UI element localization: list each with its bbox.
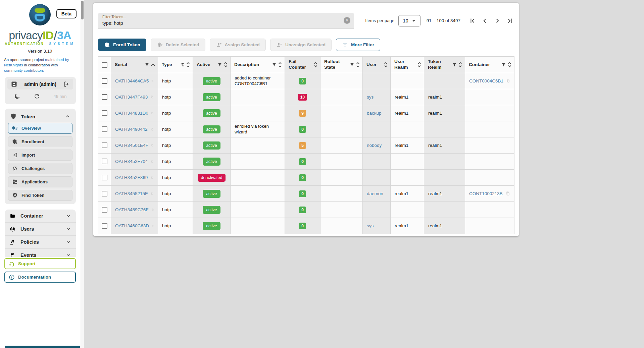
next-page-button[interactable] <box>494 17 501 24</box>
filter-icon[interactable] <box>452 62 457 67</box>
table-row: OATH3459C76Fhotpactive0 <box>98 202 514 218</box>
filter-tokens-input[interactable]: Filter Tokens... type: hotp ✕ <box>98 13 354 28</box>
serial-link[interactable]: OATH3459C76F <box>115 207 149 212</box>
sort-ascending-icon[interactable] <box>151 63 155 66</box>
sort-icon[interactable] <box>384 62 388 68</box>
copy-icon[interactable] <box>151 78 154 83</box>
sort-icon[interactable] <box>458 62 462 68</box>
user-link[interactable]: backup <box>367 111 382 116</box>
row-checkbox[interactable] <box>102 94 107 100</box>
copy-icon[interactable] <box>150 127 154 132</box>
sidebar-item-enrollment[interactable]: Enrollment <box>8 136 72 147</box>
serial-link[interactable]: OATH3455215F <box>115 191 148 196</box>
serial-link[interactable]: OATH344831D0 <box>115 111 148 116</box>
sort-icon[interactable] <box>186 62 190 68</box>
row-checkbox[interactable] <box>102 159 107 164</box>
enroll-token-button[interactable]: Enroll Token <box>98 39 146 51</box>
dark-mode-icon[interactable] <box>14 93 20 100</box>
token-realm-cell: realm1 <box>424 105 465 121</box>
sort-icon[interactable] <box>508 62 511 68</box>
more-filter-button[interactable]: More Filter <box>336 39 380 51</box>
copy-icon[interactable] <box>505 191 510 196</box>
user-row[interactable]: admin (admin) <box>7 79 73 90</box>
row-checkbox[interactable] <box>102 207 107 213</box>
fail-counter-cell: 0 <box>285 218 320 234</box>
container-link[interactable]: CONT0004C6B1 <box>469 78 503 83</box>
row-checkbox[interactable] <box>102 110 107 116</box>
token-realm-cell: realm1 <box>424 137 465 154</box>
token-table: SerialTypeActiveDescriptionFail CounterR… <box>98 56 514 234</box>
page-size-select[interactable]: 10 <box>398 15 420 26</box>
filter-off-icon[interactable] <box>180 62 185 67</box>
unassign-selected-button[interactable]: Unassign Selected <box>270 39 332 51</box>
section-label: Users <box>20 226 61 232</box>
refresh-icon[interactable] <box>34 93 40 100</box>
copy-icon[interactable] <box>150 159 154 164</box>
sidebar-section-container[interactable]: Container <box>5 210 76 223</box>
sidebar-item-import[interactable]: Import <box>8 150 72 161</box>
container-link[interactable]: CONT1000213B <box>469 191 503 196</box>
previous-page-button[interactable] <box>481 17 489 24</box>
serial-link[interactable]: OATH34464CA5 <box>115 78 149 83</box>
sidebar-item-find-token[interactable]: Find Token <box>8 190 72 201</box>
serial-link[interactable]: OATH3460C63D <box>115 223 149 228</box>
filter-icon[interactable] <box>501 62 506 67</box>
sort-icon[interactable] <box>314 62 317 68</box>
user-link[interactable]: sys <box>367 223 374 228</box>
filter-icon[interactable] <box>217 62 222 67</box>
copy-icon[interactable] <box>506 78 510 83</box>
serial-link[interactable]: OATH3447F493 <box>115 95 148 100</box>
copy-icon[interactable] <box>150 175 154 180</box>
scrollbar-thumb[interactable] <box>81 1 84 19</box>
sidebar-scrollbar[interactable] <box>80 0 84 348</box>
copy-icon[interactable] <box>151 111 154 116</box>
user-realm-cell <box>391 121 424 137</box>
user-realm-cell <box>391 202 424 218</box>
filter-icon[interactable] <box>350 62 354 67</box>
serial-link[interactable]: OATH34490442 <box>115 127 148 132</box>
clear-filter-icon[interactable]: ✕ <box>344 17 350 24</box>
serial-link[interactable]: OATH3452F869 <box>115 175 148 180</box>
sort-icon[interactable] <box>224 62 228 68</box>
delete-selected-button[interactable]: Delete Selected <box>151 39 205 51</box>
filter-icon[interactable] <box>272 62 277 67</box>
serial-link[interactable]: OATH34501E4F <box>115 143 148 148</box>
assign-selected-button[interactable]: Assign Selected <box>210 39 266 51</box>
user-link[interactable]: daemon <box>367 191 383 196</box>
row-checkbox[interactable] <box>102 223 107 229</box>
copy-icon[interactable] <box>150 95 154 100</box>
filter-icon[interactable] <box>145 62 149 67</box>
column-header-container: Container <box>465 57 514 73</box>
token-section-header[interactable]: Token <box>8 112 72 123</box>
support-button[interactable]: Support <box>4 258 76 269</box>
community-contributors-link[interactable]: community contributors <box>4 68 44 72</box>
row-checkbox[interactable] <box>102 78 107 84</box>
documentation-button[interactable]: Documentation <box>4 272 76 283</box>
sidebar-section-users[interactable]: Users <box>5 223 76 236</box>
sort-icon[interactable] <box>417 62 421 68</box>
logout-icon[interactable] <box>63 81 70 88</box>
first-page-button[interactable] <box>469 17 476 24</box>
sort-icon[interactable] <box>278 62 282 68</box>
token-table-wrap: SerialTypeActiveDescriptionFail CounterR… <box>98 56 514 234</box>
row-checkbox[interactable] <box>102 175 107 180</box>
serial-link[interactable]: OATH3452F704 <box>115 159 148 164</box>
sidebar-item-challenges[interactable]: Challenges <box>8 163 72 174</box>
copy-icon[interactable] <box>150 191 154 196</box>
sort-icon[interactable] <box>356 62 360 68</box>
sidebar-item-overview[interactable]: Overview <box>8 123 72 134</box>
row-checkbox[interactable] <box>102 191 107 196</box>
chevron-down-icon <box>66 226 71 232</box>
sidebar-item-applications[interactable]: Applications <box>8 176 72 187</box>
row-checkbox[interactable] <box>102 126 107 132</box>
copy-icon[interactable] <box>151 207 154 212</box>
user-link[interactable]: nobody <box>367 143 382 148</box>
column-header-serial: Serial <box>111 57 158 73</box>
copy-icon[interactable] <box>152 223 154 228</box>
sidebar-section-policies[interactable]: Policies <box>5 236 76 249</box>
user-link[interactable]: sys <box>367 95 374 100</box>
select-all-checkbox[interactable] <box>102 62 107 68</box>
row-checkbox[interactable] <box>102 142 107 148</box>
copy-icon[interactable] <box>151 143 154 148</box>
last-page-button[interactable] <box>506 17 513 24</box>
